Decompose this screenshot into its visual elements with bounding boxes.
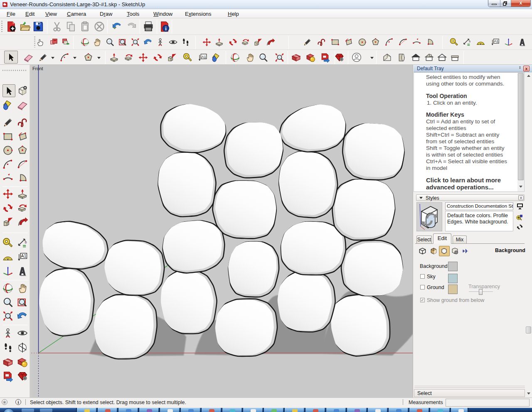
svg-text:Front: Front xyxy=(32,66,43,71)
